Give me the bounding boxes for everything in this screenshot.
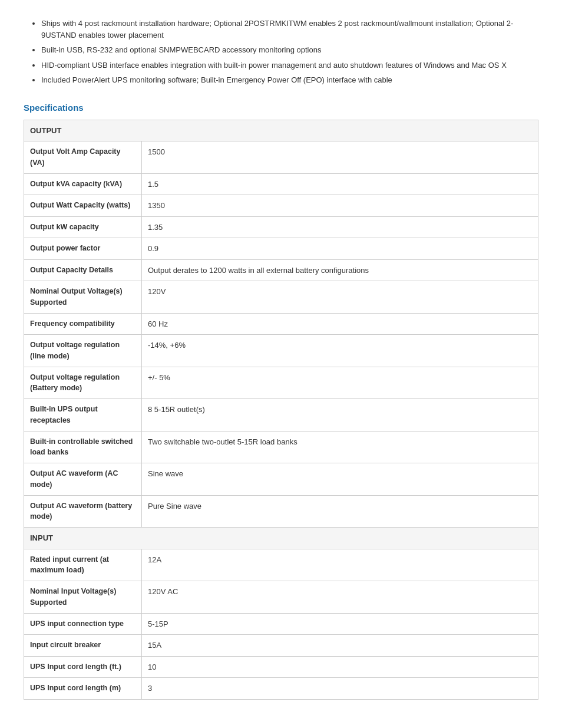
row-value: Output derates to 1200 watts in all exte…	[142, 259, 538, 281]
table-row: Output power factor0.9	[24, 238, 538, 260]
row-label: UPS Input cord length (ft.)	[24, 656, 142, 678]
row-label: Frequency compatibility	[24, 313, 142, 335]
row-label: Rated input current (at maximum load)	[24, 549, 142, 581]
row-label: Output Capacity Details	[24, 259, 142, 281]
bullet-item: Included PowerAlert UPS monitoring softw…	[41, 74, 538, 86]
row-label: UPS input connection type	[24, 613, 142, 635]
bullet-item: Built-in USB, RS-232 and optional SNMPWE…	[41, 44, 538, 56]
row-label: Output AC waveform (AC mode)	[24, 463, 142, 496]
row-value: 1350	[142, 195, 538, 217]
table-row: Output Volt Amp Capacity (VA)1500	[24, 141, 538, 174]
row-value: 120V AC	[142, 581, 538, 614]
row-label: Output kW capacity	[24, 216, 142, 238]
row-value: Sine wave	[142, 463, 538, 496]
table-row: Output AC waveform (AC mode)Sine wave	[24, 463, 538, 496]
section-header-cell: OUTPUT	[24, 120, 538, 141]
row-value: 15A	[142, 635, 538, 657]
row-value: Pure Sine wave	[142, 495, 538, 528]
bullet-item: Ships with 4 post rackmount installation…	[41, 18, 538, 41]
table-row: Nominal Input Voltage(s) Supported120V A…	[24, 581, 538, 614]
row-label: Input circuit breaker	[24, 635, 142, 657]
row-value: 1500	[142, 141, 538, 174]
row-label: Output Volt Amp Capacity (VA)	[24, 141, 142, 174]
table-row: Output voltage regulation (Battery mode)…	[24, 367, 538, 399]
row-value: 12A	[142, 549, 538, 581]
row-value: 3	[142, 678, 538, 700]
row-label: Output voltage regulation (Battery mode)	[24, 367, 142, 399]
table-row: UPS Input cord length (ft.)10	[24, 656, 538, 678]
table-row: Built-in UPS output receptacles8 5-15R o…	[24, 399, 538, 431]
section-header-row: OUTPUT	[24, 120, 538, 141]
row-value: 1.35	[142, 216, 538, 238]
row-value: 0.9	[142, 238, 538, 260]
row-label: Output voltage regulation (line mode)	[24, 335, 142, 367]
row-label: Output kVA capacity (kVA)	[24, 173, 142, 195]
row-value: 60 Hz	[142, 313, 538, 335]
bullet-item: HID-compliant USB interface enables inte…	[41, 60, 538, 71]
specs-heading: Specifications	[24, 103, 538, 113]
row-label: Output AC waveform (battery mode)	[24, 495, 142, 528]
row-label: Built-in UPS output receptacles	[24, 399, 142, 431]
table-row: Nominal Output Voltage(s) Supported120V	[24, 281, 538, 314]
table-row: Rated input current (at maximum load)12A	[24, 549, 538, 581]
table-row: Output AC waveform (battery mode)Pure Si…	[24, 495, 538, 528]
row-label: Nominal Output Voltage(s) Supported	[24, 281, 142, 314]
row-value: 10	[142, 656, 538, 678]
row-value: Two switchable two-outlet 5-15R load ban…	[142, 431, 538, 463]
row-label: Built-in controllable switched load bank…	[24, 431, 142, 463]
row-label: Output power factor	[24, 238, 142, 260]
section-header-cell: INPUT	[24, 528, 538, 549]
table-row: Output kW capacity1.35	[24, 216, 538, 238]
row-value: 5-15P	[142, 613, 538, 635]
section-header-row: INPUT	[24, 528, 538, 549]
table-row: UPS Input cord length (m)3	[24, 678, 538, 700]
row-value: 120V	[142, 281, 538, 314]
specs-table: OUTPUTOutput Volt Amp Capacity (VA)1500O…	[24, 120, 538, 700]
table-row: Output voltage regulation (line mode)-14…	[24, 335, 538, 367]
table-row: Output Capacity DetailsOutput derates to…	[24, 259, 538, 281]
feature-list: Ships with 4 post rackmount installation…	[24, 18, 538, 86]
table-row: Output kVA capacity (kVA)1.5	[24, 173, 538, 195]
table-row: Output Watt Capacity (watts)1350	[24, 195, 538, 217]
row-value: +/- 5%	[142, 367, 538, 399]
row-value: 8 5-15R outlet(s)	[142, 399, 538, 431]
row-value: -14%, +6%	[142, 335, 538, 367]
row-label: Output Watt Capacity (watts)	[24, 195, 142, 217]
table-row: Input circuit breaker15A	[24, 635, 538, 657]
table-row: Frequency compatibility60 Hz	[24, 313, 538, 335]
table-row: Built-in controllable switched load bank…	[24, 431, 538, 463]
row-label: Nominal Input Voltage(s) Supported	[24, 581, 142, 614]
row-label: UPS Input cord length (m)	[24, 678, 142, 700]
row-value: 1.5	[142, 173, 538, 195]
table-row: UPS input connection type5-15P	[24, 613, 538, 635]
